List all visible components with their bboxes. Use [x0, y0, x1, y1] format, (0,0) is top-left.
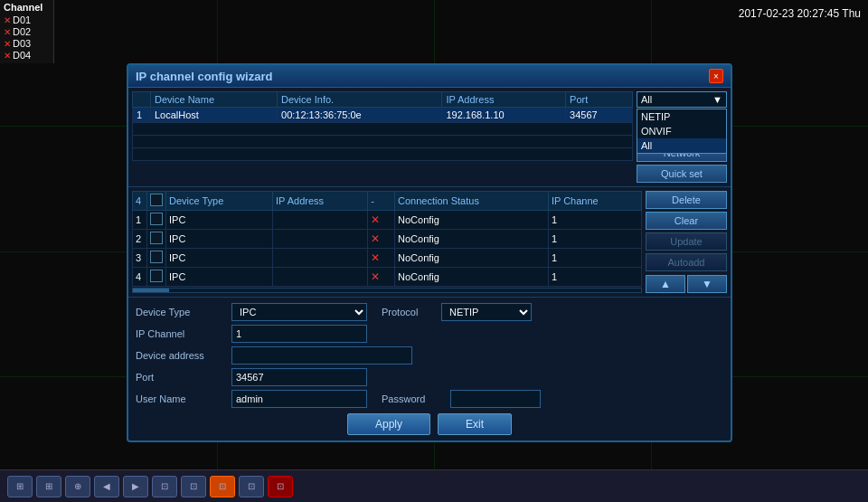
taskbar-btn-settings[interactable]: ⊡	[239, 476, 264, 497]
ip-row-channel-4: 1	[548, 268, 641, 287]
dialog-close-button[interactable]: ×	[709, 69, 723, 83]
horizontal-scrollbar[interactable]	[132, 288, 642, 293]
taskbar-btn-power[interactable]: ⊡	[268, 476, 293, 497]
ip-table-row-4[interactable]: 4 IPC ✕ NoConfig 1	[133, 268, 642, 287]
ip-row-num-2: 2	[133, 230, 147, 249]
channel-item-d02[interactable]: ✕ D02	[4, 26, 50, 37]
port-input[interactable]	[231, 368, 367, 386]
row-checkbox-2[interactable]	[150, 232, 163, 244]
taskbar-btn-record[interactable]: ⊡	[152, 476, 177, 497]
port-label: Port	[136, 372, 226, 383]
dropdown-option-all[interactable]: All	[637, 138, 726, 153]
ip-row-status-2: NoConfig	[395, 230, 549, 249]
device-type-row: Device Type IPC Protocol NETIP ONVIF	[136, 303, 723, 321]
row-port: 34567	[566, 108, 633, 123]
taskbar-btn-warning[interactable]: ⊡	[210, 476, 235, 497]
row-checkbox-1[interactable]	[150, 213, 163, 225]
device-type-select[interactable]: IPC	[231, 303, 367, 321]
ip-table-row-3[interactable]: 3 IPC ✕ NoConfig 1	[133, 249, 642, 268]
taskbar-btn-menu[interactable]: ⊞	[7, 476, 33, 497]
ip-row-addr-4	[273, 268, 368, 287]
quick-set-button[interactable]: Quick set	[637, 165, 727, 183]
device-type-label: Device Type	[136, 307, 226, 317]
device-address-input[interactable]	[231, 346, 412, 365]
row-checkbox-4[interactable]	[150, 270, 163, 282]
channel-label-d01: D01	[13, 14, 31, 25]
filter-dropdown[interactable]: All ▼	[637, 91, 727, 108]
ip-row-type-3: IPC	[166, 249, 273, 268]
channel-item-d03[interactable]: ✕ D03	[4, 38, 50, 49]
ip-row-check-3[interactable]	[147, 249, 166, 268]
protocol-label: Protocol	[382, 307, 436, 317]
ip-row-num-3: 3	[133, 249, 147, 268]
ipcol-ip: IP Address	[273, 192, 368, 211]
dialog-title: IP channel config wizard	[136, 70, 272, 83]
ip-channels-table-wrap: 4 Device Type IP Address - Connection St…	[132, 191, 642, 293]
row-checkbox-3[interactable]	[150, 251, 163, 263]
ip-channel-input[interactable]	[231, 325, 367, 343]
ipcol-dash: -	[368, 192, 395, 211]
row-info: 00:12:13:36:75:0e	[278, 108, 442, 123]
ip-row-addr-1	[273, 211, 368, 230]
ip-row-x-1: ✕	[368, 211, 395, 230]
table-row[interactable]: 1 LocalHost 00:12:13:36:75:0e 192.168.1.…	[133, 108, 633, 123]
dialog-title-bar: IP channel config wizard ×	[128, 65, 731, 88]
channel-item-d04[interactable]: ✕ D04	[4, 50, 50, 61]
delete-button[interactable]: Delete	[646, 191, 727, 209]
clear-button[interactable]: Clear	[646, 212, 727, 230]
nav-buttons: ▲ ▼	[646, 275, 727, 293]
config-form-section: Device Type IPC Protocol NETIP ONVIF IP …	[128, 298, 731, 440]
ipcol-check	[147, 192, 166, 211]
ip-row-x-3: ✕	[368, 249, 395, 268]
scroll-down-button[interactable]: ▼	[687, 275, 727, 293]
mid-right-panel: Delete Clear Update Autoadd ▲ ▼	[646, 191, 727, 293]
table-row-empty-2	[133, 136, 633, 148]
dropdown-option-onvif[interactable]: ONVIF	[637, 124, 726, 138]
taskbar-btn-prev[interactable]: ◀	[94, 476, 119, 497]
col-header-info: Device Info.	[278, 92, 442, 108]
ip-table-row-1[interactable]: 1 IPC ✕ NoConfig 1	[133, 211, 642, 230]
ip-row-addr-2	[273, 230, 368, 249]
ip-row-channel-2: 1	[548, 230, 641, 249]
taskbar: ⊞ ⊞ ⊕ ◀ ▶ ⊡ ⊡ ⊡ ⊡ ⊡	[0, 469, 868, 502]
ip-row-addr-3	[273, 249, 368, 268]
select-all-checkbox[interactable]	[150, 194, 163, 206]
top-right-panel: All ▼ NETIP ONVIF All Network Quick set	[637, 91, 727, 183]
col-header-port: Port	[566, 92, 633, 108]
channel-label-d03: D03	[13, 38, 31, 49]
user-name-input[interactable]	[231, 390, 367, 408]
ipcol-channel: IP Channe	[548, 192, 641, 211]
dropdown-arrow-icon: ▼	[712, 94, 722, 105]
channel-item-d01[interactable]: ✕ D01	[4, 14, 50, 25]
ip-row-type-4: IPC	[166, 268, 273, 287]
taskbar-btn-playback[interactable]: ⊡	[181, 476, 206, 497]
ip-row-check-2[interactable]	[147, 230, 166, 249]
ip-channels-section: 4 Device Type IP Address - Connection St…	[128, 187, 731, 298]
update-button[interactable]: Update	[646, 232, 727, 251]
connection-x-icon-4: ✕	[371, 270, 380, 283]
port-row: Port	[136, 368, 723, 386]
ip-table-row-2[interactable]: 2 IPC ✕ NoConfig 1	[133, 230, 642, 249]
dropdown-selected: All	[641, 94, 652, 105]
scroll-up-button[interactable]: ▲	[646, 275, 685, 293]
discovered-devices-table: Device Name Device Info. IP Address Port…	[132, 91, 633, 161]
password-input[interactable]	[450, 390, 541, 408]
apply-button[interactable]: Apply	[347, 413, 430, 435]
discovered-devices-section: Device Name Device Info. IP Address Port…	[128, 88, 731, 187]
ip-row-check-4[interactable]	[147, 268, 166, 287]
dropdown-option-netip[interactable]: NETIP	[637, 109, 726, 124]
protocol-select[interactable]: NETIP ONVIF	[441, 303, 532, 321]
ip-row-status-1: NoConfig	[395, 211, 549, 230]
ip-row-status-3: NoConfig	[395, 249, 549, 268]
ip-channel-label: IP Channel	[136, 328, 226, 339]
taskbar-btn-fullscreen[interactable]: ⊕	[65, 476, 90, 497]
ip-row-check-1[interactable]	[147, 211, 166, 230]
ip-channel-row: IP Channel	[136, 325, 723, 343]
password-label: Password	[382, 393, 445, 404]
connection-x-icon-1: ✕	[371, 213, 380, 226]
taskbar-btn-next[interactable]: ▶	[123, 476, 148, 497]
taskbar-btn-layout[interactable]: ⊞	[36, 476, 61, 497]
ip-row-type-2: IPC	[166, 230, 273, 249]
exit-button[interactable]: Exit	[438, 413, 512, 435]
autoadd-button[interactable]: Autoadd	[646, 253, 727, 271]
